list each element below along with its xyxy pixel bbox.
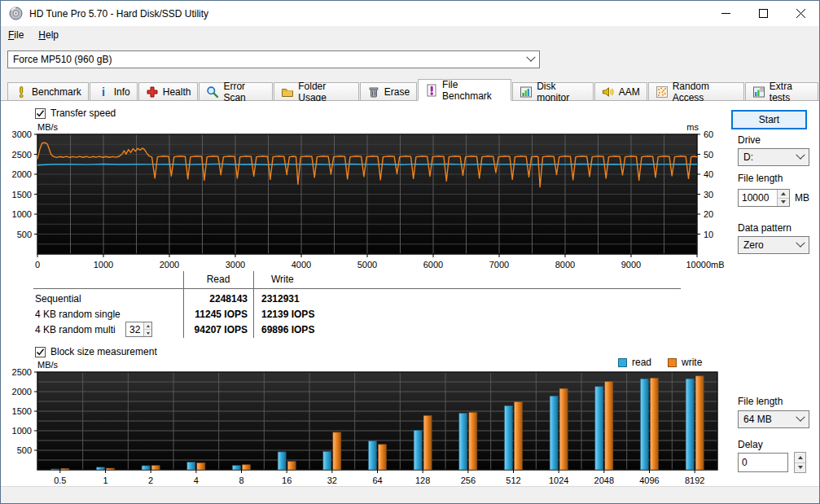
result-row-label: Sequential [35, 293, 81, 305]
chevron-down-icon [796, 151, 805, 160]
tab-erase[interactable]: Erase [360, 82, 417, 100]
maximize-button[interactable] [744, 1, 782, 26]
tab-health[interactable]: Health [138, 82, 199, 100]
start-button[interactable]: Start [731, 110, 807, 129]
tab-folder-usage[interactable]: Folder Usage [274, 82, 359, 100]
svg-text:1000: 1000 [12, 426, 32, 436]
svg-text:2048: 2048 [594, 476, 614, 485]
drive-select[interactable]: D: [738, 148, 809, 166]
svg-text:3000: 3000 [12, 129, 32, 139]
menu-bar: FileHelp [1, 26, 819, 43]
tab-label: Error Scan [223, 81, 265, 103]
spin-down-button[interactable] [778, 199, 789, 207]
spin-up-button[interactable] [778, 190, 789, 199]
svg-text:5000: 5000 [357, 260, 377, 270]
svg-text:500: 500 [17, 230, 32, 239]
svg-text:20: 20 [704, 209, 713, 219]
benchmark-icon [15, 85, 28, 99]
table-header-rule [33, 288, 681, 289]
device-select[interactable]: Force MP510 (960 gB) [7, 50, 540, 68]
svg-text:MB/s: MB/s [37, 122, 59, 132]
tab-disk-monitor[interactable]: Disk monitor [512, 82, 594, 100]
tab-label: Benchmark [32, 86, 81, 98]
write-bar-8192 [695, 376, 704, 470]
svg-text:50: 50 [704, 150, 713, 160]
svg-text:2000: 2000 [12, 387, 32, 397]
write-bar-8 [243, 465, 251, 470]
svg-text:1500: 1500 [12, 190, 32, 199]
result-write-value: 12139 IOPS [261, 309, 314, 320]
svg-text:10: 10 [704, 230, 713, 239]
write-bar-0.5 [61, 468, 69, 470]
tab-bar: BenchmarkiInfoHealthError ScanFolder Usa… [1, 79, 819, 101]
read-bar-512 [505, 405, 513, 470]
write-bar-4 [197, 462, 205, 470]
file-length-spinbox[interactable]: 10000 [738, 189, 790, 207]
svg-text:4: 4 [194, 476, 199, 485]
write-bar-16 [287, 462, 296, 470]
write-bar-2 [151, 466, 160, 470]
tab-label: File Benchmark [442, 79, 504, 102]
svg-text:500: 500 [17, 445, 32, 455]
read-bar-2048 [595, 387, 603, 470]
svg-text:8: 8 [239, 476, 243, 485]
svg-text:30: 30 [704, 190, 713, 199]
close-button[interactable] [782, 1, 819, 26]
tab-info[interactable]: iInfo [90, 82, 138, 100]
write-bar-1024 [559, 388, 568, 470]
spin-down-button[interactable] [795, 463, 805, 473]
svg-text:128: 128 [415, 476, 430, 485]
file-length-value: 10000 [739, 190, 772, 206]
tab-extra-tests[interactable]: Extra tests [745, 82, 818, 100]
tab-label: Disk monitor [537, 81, 586, 103]
erase-icon [367, 85, 380, 99]
menu-item-file[interactable]: File [1, 28, 31, 42]
folder-usage-icon [281, 85, 294, 99]
chevron-down-icon [796, 239, 805, 248]
spin-up-button[interactable] [795, 453, 805, 463]
extra-tests-icon [752, 85, 765, 99]
svg-text:2000: 2000 [160, 260, 179, 270]
result-read-value: 2248143 [183, 293, 248, 305]
delay-input[interactable]: 0 [738, 453, 788, 472]
spin-up-button[interactable] [144, 322, 151, 330]
svg-text:2500: 2500 [12, 150, 32, 160]
data-pattern-label: Data pattern [738, 222, 791, 234]
svg-text:1: 1 [103, 476, 107, 485]
transfer-speed-chart: 5001000150020002500300010203040506001000… [1, 121, 731, 280]
tab-aam[interactable]: AAM [594, 82, 647, 100]
svg-text:3000: 3000 [226, 260, 245, 270]
read-bar-32 [323, 451, 331, 470]
svg-text:2000: 2000 [12, 169, 32, 179]
write-bar-2048 [605, 382, 613, 470]
tab-file-benchmark[interactable]: File Benchmark [418, 79, 511, 101]
file-length-unit: MB [795, 192, 809, 204]
svg-text:60: 60 [704, 129, 713, 139]
column-header-read: Read [183, 274, 253, 285]
svg-text:4096: 4096 [639, 476, 659, 485]
queue-depth-spinbox[interactable]: 32 [125, 322, 152, 337]
column-header-write: Write [271, 274, 294, 285]
menu-item-help[interactable]: Help [31, 28, 66, 42]
write-bar-64 [379, 445, 387, 470]
tab-random-access[interactable]: Random Access [648, 82, 744, 100]
tab-label: Erase [384, 86, 410, 98]
tab-label: Extra tests [770, 81, 811, 103]
svg-text:6000: 6000 [423, 260, 443, 270]
minimize-button[interactable] [707, 1, 744, 26]
data-pattern-select[interactable]: Zero [738, 236, 809, 254]
tab-benchmark[interactable]: Benchmark [7, 82, 89, 100]
spin-down-button[interactable] [144, 330, 151, 336]
tab-error-scan[interactable]: Error Scan [199, 82, 273, 100]
tab-label: Info [114, 86, 130, 98]
svg-text:7000: 7000 [489, 260, 509, 270]
aam-icon [602, 85, 615, 99]
block-file-length-select[interactable]: 64 MB [738, 410, 809, 428]
read-bar-2 [142, 466, 150, 470]
svg-text:MB/s: MB/s [37, 360, 59, 370]
svg-text:1500: 1500 [12, 406, 32, 416]
status-bar [1, 486, 819, 503]
tab-label: Folder Usage [298, 81, 352, 103]
transfer-speed-checkbox[interactable]: Transfer speed [35, 107, 116, 119]
svg-text:40: 40 [704, 169, 713, 179]
